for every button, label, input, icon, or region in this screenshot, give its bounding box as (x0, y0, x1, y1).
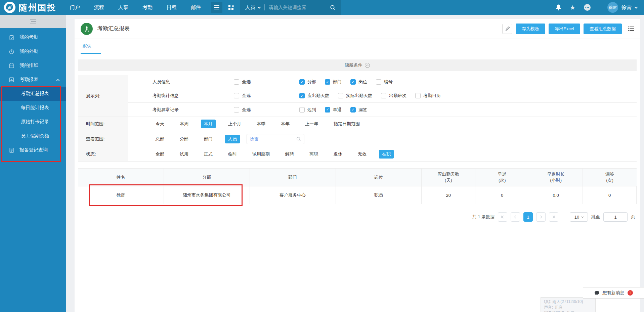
checkbox-label: 编号 (384, 79, 393, 85)
group-name: 考勤统计信息 (153, 93, 234, 99)
checkbox-early-leave[interactable]: 早退 (325, 107, 342, 113)
search-input[interactable] (269, 5, 326, 10)
search-scope-label: 人员 (245, 4, 255, 11)
personnel-search-input[interactable] (250, 137, 296, 142)
menu-item-process[interactable]: 流程 (94, 4, 104, 11)
search-icon[interactable] (296, 137, 301, 141)
checkbox-missed-sign[interactable]: 漏签 (350, 107, 367, 113)
status-chip-all[interactable]: 全部 (153, 150, 167, 159)
sign-template-icon-button[interactable] (502, 24, 512, 34)
view-chip-personnel[interactable]: 人员 (225, 135, 240, 143)
sidebar-item-raw-punch-records[interactable]: 原始打卡记录 (0, 115, 66, 129)
time-chip-this-quarter[interactable]: 本季 (254, 120, 268, 128)
time-chip-today[interactable]: 今天 (153, 120, 167, 128)
sidebar-item-daily-statistics-report[interactable]: 每日统计报表 (0, 101, 66, 115)
divider (599, 4, 599, 10)
view-chip-department[interactable]: 部门 (201, 135, 216, 143)
sidebar-item-my-attendance[interactable]: 我的考勤 (0, 30, 66, 44)
search-scope-dropdown[interactable]: 人员 (245, 4, 260, 11)
checkbox-department[interactable]: 部门 (325, 79, 342, 85)
top-right-group: ★ 徐雷 徐雷 (555, 2, 644, 13)
org-person-icon (81, 23, 93, 35)
more-icon[interactable] (584, 4, 591, 11)
tab-bar: 默认 (75, 39, 640, 54)
menu-item-hr[interactable]: 人事 (118, 4, 128, 11)
select-all-checkbox[interactable]: 全选 (234, 79, 299, 85)
tab-default[interactable]: 默认 (81, 39, 101, 54)
sidebar-item-attendance-reports[interactable]: 考勤报表 (0, 73, 66, 87)
apps-icon[interactable] (225, 2, 237, 13)
brand[interactable]: 随州国投 (0, 2, 56, 13)
status-chip-official[interactable]: 正式 (201, 150, 216, 159)
time-chip-date-range[interactable]: 指定日期范围 (331, 120, 363, 128)
jump-page-input[interactable] (603, 212, 628, 222)
time-chip-this-month[interactable]: 本月 (201, 120, 216, 128)
status-chip-dismissed[interactable]: 解聘 (282, 150, 297, 159)
next-page-button[interactable] (536, 212, 546, 222)
sidebar-item-employee-leave-balance[interactable]: 员工假期余额 (0, 129, 66, 143)
status-chip-resigned[interactable]: 离职 (306, 150, 321, 159)
checkbox-position[interactable]: 岗位 (350, 79, 367, 85)
checkbox-attendance-calendar[interactable]: 考勤日历 (415, 93, 441, 99)
export-excel-button[interactable]: 导出Excel (549, 24, 580, 34)
checkbox-label: 全选 (242, 107, 251, 113)
checkbox-expected-attendance-days[interactable]: 应出勤天数 (299, 93, 329, 99)
view-summary-data-button[interactable]: 查看汇总数据 (584, 24, 622, 34)
hide-conditions-toggle[interactable]: 隐藏条件 (78, 59, 637, 71)
cell-branch: 随州市水务集团有限公司 (164, 186, 250, 204)
page-size-select[interactable]: 10 (570, 212, 588, 222)
list-view-icon[interactable] (628, 26, 634, 31)
status-chip-probation[interactable]: 试用 (177, 150, 191, 159)
search-icon[interactable] (330, 5, 336, 10)
select-all-checkbox[interactable]: 全选 (234, 93, 299, 99)
status-chip-active[interactable]: 在职 (379, 150, 394, 159)
checkbox-late[interactable]: 迟到 (299, 107, 316, 113)
save-template-button[interactable]: 存为模板 (516, 24, 545, 34)
menu-icon[interactable] (211, 2, 222, 13)
jump-label: 跳至 (591, 214, 600, 220)
time-chip-last-year[interactable]: 上一年 (302, 120, 321, 128)
new-message-notification[interactable]: 您有新消息 1 (583, 287, 644, 299)
status-chip-retired[interactable]: 退休 (331, 150, 345, 159)
status-chip-temporary[interactable]: 临时 (225, 150, 240, 159)
menu-item-mail[interactable]: 邮件 (191, 4, 201, 11)
checkbox[interactable] (234, 93, 239, 98)
bell-icon[interactable] (555, 4, 562, 11)
menu-item-schedule[interactable]: 日程 (167, 4, 177, 11)
first-page-button[interactable] (498, 212, 507, 222)
sidebar-item-my-field-work[interactable]: 我的外勤 (0, 44, 66, 58)
personnel-search-box (247, 134, 304, 144)
user-menu[interactable]: 徐雷 徐雷 (607, 2, 637, 13)
cell-expected-days: 20 (422, 186, 475, 204)
time-chip-this-week[interactable]: 本周 (177, 120, 191, 128)
sidebar-item-attendance-summary-report[interactable]: 考勤汇总报表 (0, 87, 66, 101)
menu-item-portal[interactable]: 门户 (70, 4, 80, 11)
select-all-checkbox[interactable]: 全选 (234, 107, 299, 113)
page-button-1[interactable]: 1 (523, 212, 533, 222)
checkbox-label: 出勤班次 (389, 93, 406, 99)
menu-item-attendance[interactable]: 考勤 (142, 4, 153, 11)
table-row[interactable]: 徐雷 随州市水务集团有限公司 客户服务中心 职员 20 0 0.0 0 (78, 186, 637, 204)
checkbox-number[interactable]: 编号 (376, 79, 393, 85)
status-chip-probation-extended[interactable]: 试用延期 (249, 150, 273, 159)
time-chip-this-year[interactable]: 本年 (278, 120, 293, 128)
checkbox-attendance-shifts[interactable]: 出勤班次 (381, 93, 406, 99)
view-chip-branch[interactable]: 分部 (177, 135, 191, 143)
prev-page-button[interactable] (511, 212, 520, 222)
cell-department: 客户服务中心 (250, 186, 336, 204)
clock-icon (9, 49, 14, 54)
view-chip-headquarters[interactable]: 总部 (153, 135, 167, 143)
checkbox-actual-attendance-days[interactable]: 实际出勤天数 (338, 93, 372, 99)
sidebar-item-report-registration-query[interactable]: 报备登记查询 (0, 143, 66, 157)
cell-name: 徐雷 (78, 186, 164, 204)
sidebar-collapse-button[interactable] (0, 15, 66, 28)
checkbox[interactable] (234, 107, 239, 113)
last-page-button[interactable] (549, 212, 558, 222)
column-header-early-leave: 早退(次) (475, 169, 529, 186)
sidebar-item-my-shifts[interactable]: 我的排班 (0, 58, 66, 73)
status-chip-invalid[interactable]: 无效 (355, 150, 370, 159)
checkbox[interactable] (234, 79, 239, 85)
time-chip-last-month[interactable]: 上个月 (225, 120, 244, 128)
star-icon[interactable]: ★ (570, 4, 575, 11)
checkbox-branch[interactable]: 分部 (299, 79, 316, 85)
